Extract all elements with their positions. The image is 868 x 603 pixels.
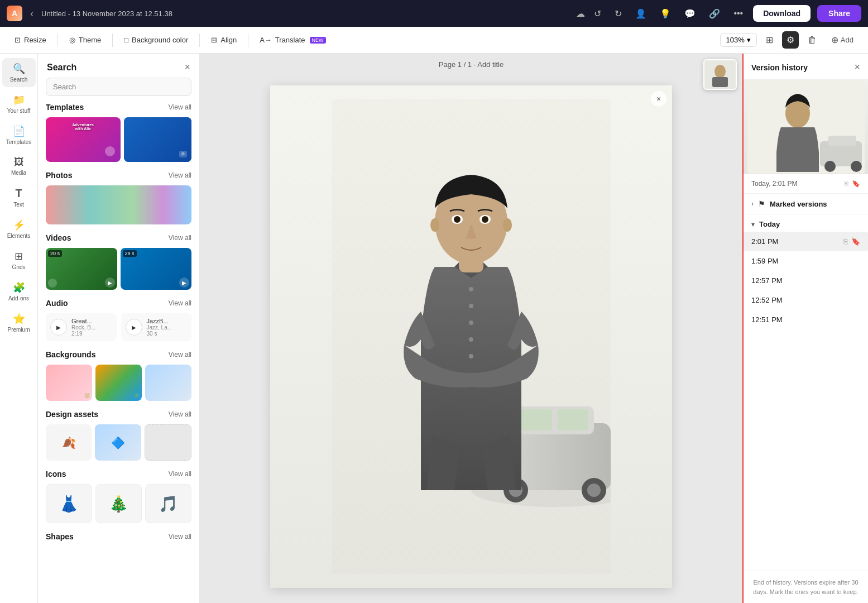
- marked-versions-section[interactable]: › ⚑ Marked versions: [744, 194, 868, 214]
- version-item-1[interactable]: 2:01 PM ⎘ 🔖: [744, 232, 868, 251]
- active-tool-button[interactable]: ⚙: [782, 31, 799, 49]
- video-thumb-2[interactable]: 29 s ▶: [121, 248, 192, 290]
- icons-section-title: Icons: [46, 470, 66, 478]
- today-header[interactable]: ▾ Today: [744, 214, 868, 232]
- add-button[interactable]: ⊕ Add: [826, 32, 859, 48]
- audio-play-1[interactable]: ▶: [50, 319, 67, 336]
- search-input[interactable]: [46, 78, 191, 96]
- template-thumb-1[interactable]: Adventureswith Alix: [46, 117, 121, 162]
- design-asset-thumb-1[interactable]: 🍂: [46, 424, 92, 461]
- sidebar-item-your-stuff[interactable]: 📁 Your stuff: [2, 89, 36, 118]
- version-item-4[interactable]: 12:52 PM: [744, 290, 868, 310]
- version-history-close-button[interactable]: ×: [854, 61, 860, 73]
- svg-point-20: [482, 216, 488, 223]
- bookmark-flag-icon: ⚑: [758, 199, 765, 208]
- sidebar-item-add-ons[interactable]: 🧩 Add-ons: [2, 277, 36, 306]
- sidebar-item-text[interactable]: T Text: [2, 183, 36, 212]
- add-ons-icon: 🧩: [13, 281, 25, 294]
- audio-item-2: ▶ JazzB... Jazz, La... 30 s: [121, 313, 192, 341]
- icon-thumb-dress[interactable]: 👗: [46, 484, 92, 523]
- video-thumb-1[interactable]: 20 s ▶: [46, 248, 117, 290]
- theme-button[interactable]: ◎ Theme: [64, 32, 107, 47]
- theme-label: Theme: [79, 36, 101, 44]
- redo-button[interactable]: ↻: [611, 6, 625, 21]
- version-item-5[interactable]: 12:51 PM: [744, 310, 868, 329]
- audio-grid: ▶ Great... Rock, B... 2:19 ▶ JazzB... Ja…: [46, 313, 191, 341]
- thumbnail-svg: [704, 60, 736, 89]
- bg-thumb-3[interactable]: [145, 365, 191, 401]
- icon-thumb-music[interactable]: 🎵: [145, 484, 191, 523]
- backgrounds-section-title: Backgrounds: [46, 350, 95, 359]
- design-asset-thumb-2[interactable]: 🔷: [95, 424, 141, 461]
- zoom-control[interactable]: 103% ▾: [720, 33, 757, 47]
- photos-strip[interactable]: [46, 185, 191, 224]
- audio-view-all[interactable]: View all: [169, 299, 191, 307]
- version-copy-icon-1[interactable]: ⎘: [843, 237, 848, 246]
- photos-section-header: Photos View all: [46, 171, 191, 180]
- copy-icon[interactable]: ⎘: [845, 180, 848, 188]
- version-item-3[interactable]: 12:57 PM: [744, 271, 868, 290]
- download-button[interactable]: Download: [753, 5, 811, 22]
- canvas-document[interactable]: ×: [270, 85, 672, 588]
- translate-label: Translate: [275, 36, 305, 44]
- sidebar-item-elements[interactable]: ⚡ Elements: [2, 214, 36, 243]
- version-bookmark-icon-1[interactable]: 🔖: [851, 237, 860, 246]
- translate-button[interactable]: A→ Translate NEW: [254, 32, 331, 47]
- align-label: Align: [220, 36, 237, 44]
- lightbulb-button[interactable]: 💡: [656, 6, 674, 21]
- icon-thumb-tree[interactable]: 🎄: [95, 484, 142, 523]
- templates-view-all[interactable]: View all: [169, 103, 191, 111]
- sidebar-item-premium[interactable]: ⭐ Premium: [2, 308, 36, 337]
- bookmark-icon[interactable]: 🔖: [852, 180, 860, 188]
- svg-point-18: [454, 216, 461, 223]
- more-button[interactable]: •••: [730, 6, 746, 21]
- profile-button[interactable]: 👤: [632, 6, 650, 21]
- version-time-4: 12:52 PM: [751, 296, 783, 304]
- bg-color-button[interactable]: □ Background color: [118, 32, 194, 47]
- search-panel-header: Search ×: [38, 54, 199, 78]
- version-time-3: 12:57 PM: [751, 276, 783, 285]
- design-assets-section-title: Design assets: [46, 410, 98, 419]
- bg-thumb-2[interactable]: 🍀: [95, 365, 142, 401]
- backgrounds-view-all[interactable]: View all: [169, 351, 191, 358]
- left-sidebar: 🔍 Search 📁 Your stuff 📄 Templates 🖼 Medi…: [0, 54, 38, 603]
- sidebar-item-search[interactable]: 🔍 Search: [2, 58, 36, 87]
- align-button[interactable]: ⊟ Align: [205, 32, 242, 47]
- bg-thumb-1[interactable]: 🍀: [46, 365, 92, 401]
- version-preview[interactable]: [744, 79, 868, 174]
- share-button[interactable]: Share: [817, 5, 861, 22]
- videos-view-all[interactable]: View all: [169, 234, 191, 242]
- design-asset-thumb-3[interactable]: [145, 424, 191, 461]
- comment-button[interactable]: 💬: [681, 6, 699, 21]
- video-play-icon-2: ▶: [179, 277, 189, 288]
- grid-view-button[interactable]: ⊞: [761, 31, 778, 49]
- shapes-view-all[interactable]: View all: [169, 533, 191, 540]
- videos-section-title: Videos: [46, 233, 71, 242]
- resize-button[interactable]: ⊡ Resize: [9, 32, 52, 47]
- today-chevron-icon: ▾: [751, 221, 755, 228]
- theme-icon: ◎: [69, 36, 75, 44]
- share-comment-button[interactable]: 🔗: [706, 6, 723, 21]
- version-history-title: Version history: [751, 63, 808, 72]
- photos-section-title: Photos: [46, 171, 72, 180]
- design-assets-view-all[interactable]: View all: [169, 410, 191, 418]
- undo-button[interactable]: ↺: [591, 6, 605, 21]
- icons-view-all[interactable]: View all: [169, 470, 191, 478]
- marked-chevron-icon: ›: [751, 200, 754, 208]
- sidebar-item-grids[interactable]: ⊞ Grids: [2, 246, 36, 275]
- search-close-button[interactable]: ×: [184, 61, 190, 73]
- version-item-2[interactable]: 1:59 PM: [744, 251, 868, 271]
- photos-view-all[interactable]: View all: [169, 171, 191, 179]
- today-label: Today: [759, 220, 780, 228]
- toolbar-separator-3: [199, 34, 200, 47]
- delete-button[interactable]: 🗑: [803, 32, 821, 49]
- canvas-thumbnail[interactable]: [703, 59, 737, 90]
- svg-point-31: [851, 161, 862, 172]
- sidebar-item-templates[interactable]: 📄 Templates: [2, 121, 36, 150]
- back-button[interactable]: ‹: [28, 6, 36, 22]
- sidebar-item-media[interactable]: 🖼 Media: [2, 152, 36, 180]
- svg-point-10: [469, 287, 473, 291]
- audio-play-2[interactable]: ▶: [126, 319, 142, 336]
- template-thumb-2[interactable]: ⊞: [124, 117, 192, 162]
- canvas-close-button[interactable]: ×: [651, 91, 666, 107]
